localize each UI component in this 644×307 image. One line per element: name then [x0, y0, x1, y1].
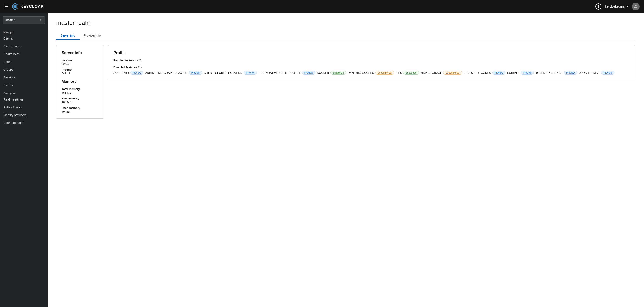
badge-fips: Supported	[403, 71, 419, 75]
feature-name-account3: ACCOUNT3	[114, 71, 129, 74]
badge-recovery-codes: Preview	[492, 71, 506, 75]
badge-account3: Preview	[130, 71, 144, 75]
feature-tag-docker: DOCKER Supported	[317, 71, 346, 75]
logo-text: KEYCLOAK	[20, 4, 44, 9]
feature-tag-admin-fine: ADMIN_FINE_GRAINED_AUTHZ Preview	[145, 71, 202, 75]
used-memory-label: Used memory	[62, 106, 98, 110]
feature-tag-client-secret: CLIENT_SECRET_ROTATION Preview	[204, 71, 257, 75]
enabled-features-label: Enabled features ?	[114, 59, 630, 62]
feature-tags-container: ACCOUNT3 Preview ADMIN_FINE_GRAINED_AUTH…	[114, 71, 630, 75]
feature-name-admin-fine: ADMIN_FINE_GRAINED_AUTHZ	[145, 71, 188, 74]
realm-selector[interactable]: master ▼	[2, 17, 45, 24]
used-memory-value: 49 MB	[62, 110, 98, 113]
sidebar-item-users[interactable]: Users	[0, 58, 48, 66]
feature-name-docker: DOCKER	[317, 71, 329, 74]
configure-section-label: Configure	[0, 89, 48, 96]
free-memory-label: Free memory	[62, 97, 98, 100]
server-info-title: Server info	[62, 51, 98, 55]
page-title: master realm	[56, 20, 635, 26]
user-menu[interactable]: keycloakadmin ▼	[605, 5, 628, 8]
version-label: Version	[62, 59, 98, 62]
feature-tag-account3: ACCOUNT3 Preview	[114, 71, 144, 75]
topnav: ☰ KEYCLOAK ? keycloakadmin ▼	[0, 0, 644, 13]
badge-client-secret: Preview	[244, 71, 257, 75]
tab-server-info[interactable]: Server info	[56, 32, 80, 40]
feature-name-token-exchange: TOKEN_EXCHANGE	[536, 71, 562, 74]
sidebar-item-client-scopes[interactable]: Client scopes	[0, 42, 48, 50]
user-dropdown-arrow-icon: ▼	[626, 6, 628, 8]
feature-tag-declarative: DECLARATIVE_USER_PROFILE Preview	[258, 71, 315, 75]
badge-admin-fine: Preview	[189, 71, 202, 75]
realm-selector-text: master	[6, 18, 15, 22]
product-label: Product	[62, 68, 98, 71]
realm-selector-arrow-icon: ▼	[40, 19, 42, 22]
layout: master ▼ Manage Clients Client scopes Re…	[0, 13, 644, 307]
sidebar-item-realm-roles[interactable]: Realm roles	[0, 50, 48, 58]
product-value: Default	[62, 72, 98, 75]
sidebar-item-identity-providers[interactable]: Identity providers	[0, 111, 48, 119]
sidebar-item-authentication[interactable]: Authentication	[0, 103, 48, 111]
feature-name-scripts: SCRIPTS	[507, 71, 519, 74]
total-memory-value: 455 MB	[62, 91, 98, 94]
badge-scripts: Preview	[520, 71, 534, 75]
sidebar-item-clients[interactable]: Clients	[0, 35, 48, 42]
help-button[interactable]: ?	[596, 4, 602, 10]
disabled-features-label: Disabled features ?	[114, 66, 630, 69]
feature-tag-scripts: SCRIPTS Preview	[507, 71, 534, 75]
content-panels: Server info Version 22.0.0 Product Defau…	[56, 45, 635, 119]
feature-tag-map-storage: MAP_STORAGE Experimental	[421, 71, 462, 75]
server-info-panel: Server info Version 22.0.0 Product Defau…	[56, 45, 104, 119]
free-memory-value: 406 MB	[62, 101, 98, 104]
disabled-features-area: Disabled features ? ACCOUNT3 Preview ADM…	[114, 66, 630, 75]
sidebar-item-events[interactable]: Events	[0, 81, 48, 89]
feature-tag-update-email: UPDATE_EMAIL Preview	[579, 71, 614, 75]
badge-dynamic-scopes: Experimental	[376, 71, 394, 75]
svg-point-3	[635, 5, 636, 7]
tab-provider-info[interactable]: Provider info	[80, 32, 105, 40]
version-value: 22.0.0	[62, 62, 98, 66]
memory-title: Memory	[62, 79, 98, 84]
feature-name-dynamic-scopes: DYNAMIC_SCOPES	[348, 71, 374, 74]
keycloak-logo-icon	[12, 3, 18, 10]
feature-name-fips: FIPS	[396, 71, 402, 74]
sidebar: master ▼ Manage Clients Client scopes Re…	[0, 13, 48, 307]
feature-name-recovery-codes: RECOVERY_CODES	[464, 71, 491, 74]
sidebar-item-sessions[interactable]: Sessions	[0, 74, 48, 81]
enabled-features-help-icon[interactable]: ?	[138, 59, 141, 62]
profile-panel: Profile Enabled features ? Disabled feat…	[108, 45, 635, 80]
feature-tag-recovery-codes: RECOVERY_CODES Preview	[464, 71, 506, 75]
badge-docker: Supported	[330, 71, 346, 75]
username-label: keycloakadmin	[605, 5, 625, 8]
memory-section: Memory Total memory 455 MB Free memory 4…	[62, 79, 98, 113]
badge-update-email: Preview	[601, 71, 614, 75]
feature-tag-token-exchange: TOKEN_EXCHANGE Preview	[536, 71, 577, 75]
avatar	[632, 3, 640, 10]
feature-tag-dynamic-scopes: DYNAMIC_SCOPES Experimental	[348, 71, 394, 75]
total-memory-label: Total memory	[62, 87, 98, 91]
badge-token-exchange: Preview	[564, 71, 577, 75]
logo[interactable]: KEYCLOAK	[12, 3, 44, 10]
hamburger-menu-icon[interactable]: ☰	[4, 4, 8, 9]
main-content: master realm Server info Provider info S…	[48, 13, 644, 307]
feature-name-map-storage: MAP_STORAGE	[421, 71, 442, 74]
manage-section-label: Manage	[0, 28, 48, 35]
badge-declarative: Preview	[302, 71, 315, 75]
feature-name-declarative: DECLARATIVE_USER_PROFILE	[258, 71, 301, 74]
profile-title: Profile	[114, 51, 630, 55]
sidebar-item-user-federation[interactable]: User federation	[0, 119, 48, 127]
tabs: Server info Provider info	[56, 32, 635, 40]
feature-tag-fips: FIPS Supported	[396, 71, 419, 75]
badge-map-storage: Experimental	[443, 71, 462, 75]
disabled-features-help-icon[interactable]: ?	[138, 66, 142, 69]
feature-name-update-email: UPDATE_EMAIL	[579, 71, 600, 74]
sidebar-item-realm-settings[interactable]: Realm settings	[0, 96, 48, 103]
sidebar-item-groups[interactable]: Groups	[0, 66, 48, 74]
feature-name-client-secret: CLIENT_SECRET_ROTATION	[204, 71, 242, 74]
